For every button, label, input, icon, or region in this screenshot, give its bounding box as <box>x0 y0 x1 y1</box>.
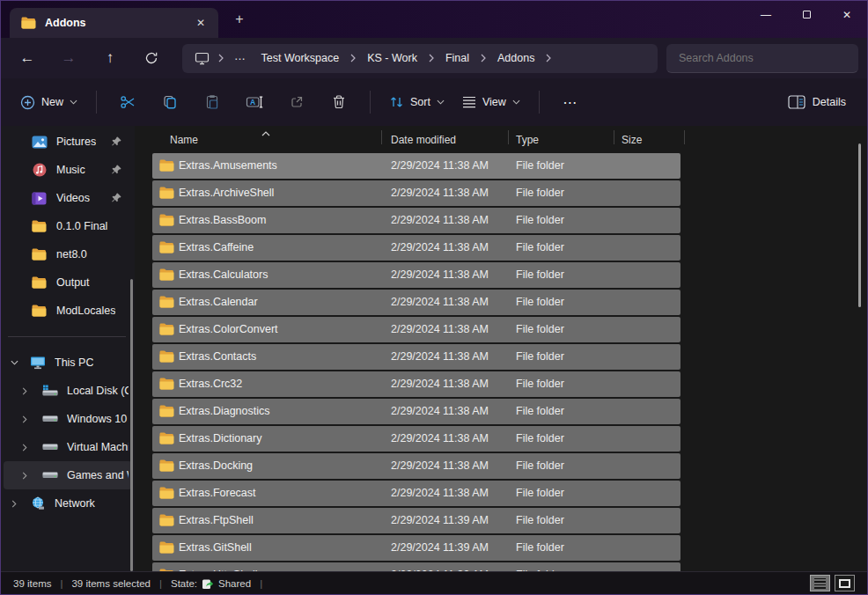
sidebar-scrollbar[interactable] <box>130 279 133 571</box>
search-input[interactable] <box>677 51 848 65</box>
sidebar-item-this-pc[interactable]: This PC <box>1 349 135 377</box>
sidebar-item-modlocales[interactable]: ModLocales <box>1 297 135 325</box>
view-button[interactable]: View <box>453 86 529 118</box>
navigation-bar: ← → ↑ ⋯ Test Workspace KS - Work Final A… <box>1 38 867 78</box>
file-row[interactable]: Extras.ColorConvert 2/29/2024 11:38 AM F… <box>152 317 680 342</box>
file-row[interactable]: Extras.Docking 2/29/2024 11:38 AM File f… <box>152 453 680 479</box>
file-rows: Extras.Amusements 2/29/2024 11:38 AM Fil… <box>135 153 867 571</box>
breadcrumb-item[interactable]: Final <box>438 49 477 67</box>
cut-button[interactable] <box>107 86 149 118</box>
breadcrumb-item-current[interactable]: Addons <box>489 49 542 67</box>
file-date-modified: 2/29/2024 11:38 AM <box>391 350 489 363</box>
sidebar-item-010-final[interactable]: 0.1.0 Final <box>1 212 135 240</box>
chevron-collapsed-icon[interactable] <box>18 472 31 480</box>
this-pc-icon[interactable] <box>189 52 215 65</box>
file-name: Extras.GitShell <box>179 541 252 554</box>
toolbar-separator <box>96 91 97 114</box>
sidebar-item-virtual-machines[interactable]: Virtual Machin <box>1 433 135 461</box>
search-box[interactable] <box>666 44 858 73</box>
file-row[interactable]: Extras.BassBoom 2/29/2024 11:38 AM File … <box>152 208 680 233</box>
file-row[interactable]: Extras.Crc32 2/29/2024 11:38 AM File fol… <box>152 371 680 397</box>
file-date-modified: 2/29/2024 11:38 AM <box>391 459 489 472</box>
file-row[interactable]: Extras.FtpShell 2/29/2024 11:39 AM File … <box>152 508 680 533</box>
refresh-icon <box>144 51 158 65</box>
file-row[interactable]: Extras.Calendar 2/29/2024 11:38 AM File … <box>152 290 680 315</box>
breadcrumb-overflow-button[interactable]: ⋯ <box>227 52 254 65</box>
thumbnail-view-toggle[interactable] <box>835 575 855 591</box>
sidebar-item-output[interactable]: Output <box>1 268 135 297</box>
details-pane-button[interactable]: Details <box>777 86 857 118</box>
sort-ascending-icon <box>261 127 270 139</box>
sidebar-item-games-and-work[interactable]: Games and Wo <box>4 461 132 489</box>
sidebar-item-network[interactable]: Network <box>1 489 135 518</box>
file-name: Extras.Contacts <box>179 350 256 363</box>
sidebar-item-net80[interactable]: net8.0 <box>1 240 135 268</box>
chevron-right-icon[interactable] <box>477 54 489 62</box>
column-header-type[interactable]: Type <box>509 126 614 149</box>
chevron-collapsed-icon[interactable] <box>18 387 31 395</box>
new-button[interactable]: New <box>11 86 86 118</box>
file-type: File folder <box>516 459 564 472</box>
forward-button[interactable]: → <box>56 46 81 70</box>
tab-close-button[interactable]: ✕ <box>190 15 211 31</box>
file-row[interactable]: Extras.GitShell 2/29/2024 11:39 AM File … <box>152 535 680 561</box>
file-row[interactable]: Extras.Calculators 2/29/2024 11:38 AM Fi… <box>152 262 680 288</box>
breadcrumb-item[interactable]: Test Workspace <box>254 49 348 67</box>
file-row[interactable]: Extras.Caffeine 2/29/2024 11:38 AM File … <box>152 235 680 261</box>
refresh-button[interactable] <box>139 46 164 70</box>
minimize-button[interactable]: — <box>746 1 786 28</box>
sort-button[interactable]: Sort <box>380 86 453 118</box>
file-row[interactable]: Extras.HttpShell 2/29/2024 11:39 AM File… <box>152 562 680 571</box>
file-type: File folder <box>516 487 564 499</box>
tab-addons[interactable]: Addons ✕ <box>10 8 218 38</box>
chevron-down-icon <box>437 99 445 105</box>
new-plus-icon <box>20 95 35 110</box>
chevron-down-icon <box>70 99 77 105</box>
file-row[interactable]: Extras.Dictionary 2/29/2024 11:38 AM Fil… <box>152 426 680 452</box>
file-type: File folder <box>516 159 564 172</box>
shared-icon <box>202 577 214 590</box>
maximize-button[interactable] <box>786 1 827 28</box>
rename-button[interactable]: A <box>233 86 276 118</box>
up-button[interactable]: ↑ <box>98 46 122 70</box>
copy-button[interactable] <box>149 86 191 118</box>
back-button[interactable]: ← <box>15 46 40 70</box>
chevron-right-icon[interactable] <box>425 54 438 62</box>
folder-icon <box>159 241 174 256</box>
new-tab-button[interactable]: + <box>228 11 251 30</box>
list-scrollbar[interactable] <box>858 143 861 307</box>
delete-button[interactable] <box>318 86 360 118</box>
sidebar-item-videos[interactable]: Videos <box>1 184 135 212</box>
column-header-size[interactable]: Size <box>614 126 684 149</box>
column-header-name[interactable]: Name <box>135 126 381 149</box>
sidebar-item-local-disk-c[interactable]: Local Disk (C:) <box>1 377 135 405</box>
sidebar-item-pictures[interactable]: Pictures <box>1 128 135 156</box>
chevron-right-icon[interactable] <box>542 54 555 62</box>
file-name: Extras.Forecast <box>179 487 256 499</box>
file-row[interactable]: Extras.Amusements 2/29/2024 11:38 AM Fil… <box>152 153 680 179</box>
file-row[interactable]: Extras.Forecast 2/29/2024 11:38 AM File … <box>152 481 680 506</box>
column-header-date-modified[interactable]: Date modified <box>382 126 508 149</box>
chevron-collapsed-icon[interactable] <box>8 500 20 508</box>
chevron-collapsed-icon[interactable] <box>18 444 31 452</box>
breadcrumb-item[interactable]: KS - Work <box>359 49 425 67</box>
sidebar-item-music[interactable]: Music <box>1 156 135 184</box>
column-divider[interactable] <box>684 130 685 144</box>
share-button[interactable] <box>276 86 318 118</box>
chevron-expanded-icon[interactable] <box>8 360 20 365</box>
chevron-right-icon[interactable] <box>347 54 359 62</box>
folder-icon <box>159 487 174 502</box>
folder-icon <box>31 220 48 232</box>
file-row[interactable]: Extras.ArchiveShell 2/29/2024 11:38 AM F… <box>152 180 680 206</box>
details-view-toggle[interactable] <box>810 575 830 591</box>
file-date-modified: 2/29/2024 11:38 AM <box>391 323 489 335</box>
file-name: Extras.Crc32 <box>179 378 242 390</box>
close-button[interactable]: ✕ <box>827 1 867 28</box>
chevron-right-icon[interactable] <box>215 54 227 62</box>
more-options-button[interactable]: ⋯ <box>549 86 592 118</box>
file-row[interactable]: Extras.Diagnostics 2/29/2024 11:38 AM Fi… <box>152 399 680 424</box>
sidebar-item-windows-10-d[interactable]: Windows 10 (D <box>1 405 135 433</box>
paste-button[interactable] <box>191 86 233 118</box>
file-row[interactable]: Extras.Contacts 2/29/2024 11:38 AM File … <box>152 344 680 370</box>
chevron-collapsed-icon[interactable] <box>18 415 31 423</box>
